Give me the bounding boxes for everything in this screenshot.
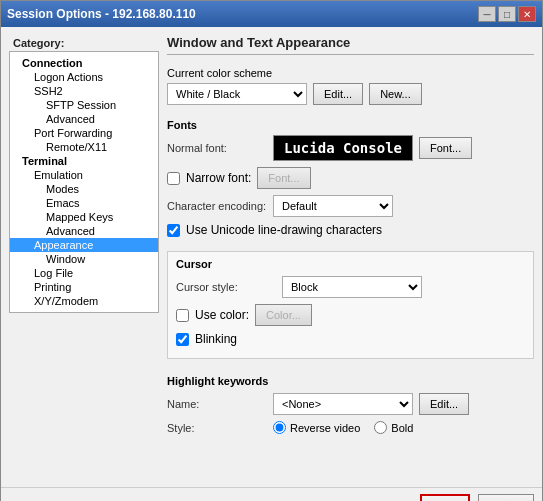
sidebar-item-advanced-terminal[interactable]: Advanced	[10, 224, 158, 238]
cursor-color-row: Use color: Color...	[176, 304, 525, 326]
highlight-style-row: Style: Reverse video Bold	[167, 421, 534, 434]
sidebar-item-sftp-session[interactable]: SFTP Session	[10, 98, 158, 112]
sidebar-item-printing[interactable]: Printing	[10, 280, 158, 294]
unicode-checkbox-row: Use Unicode line-drawing characters	[167, 223, 534, 237]
sidebar-item-connection[interactable]: Connection	[10, 56, 158, 70]
sidebar-item-remote-x11[interactable]: Remote/X11	[10, 140, 158, 154]
cursor-section-title: Cursor	[176, 258, 525, 270]
fonts-label: Fonts	[167, 119, 534, 131]
ok-button[interactable]: OK	[420, 494, 470, 501]
use-color-label: Use color:	[195, 308, 249, 322]
main-content: Category: Connection Logon Actions SSH2 …	[1, 27, 542, 487]
sidebar-item-terminal[interactable]: Terminal	[10, 154, 158, 168]
font-display: Lucida Console	[273, 135, 413, 161]
color-scheme-row: White / Black Black / White Custom Edit.…	[167, 83, 534, 105]
sidebar-item-mapped-keys[interactable]: Mapped Keys	[10, 210, 158, 224]
sidebar-item-port-forwarding[interactable]: Port Forwarding	[10, 126, 158, 140]
narrow-font-button: Font...	[257, 167, 310, 189]
color-button: Color...	[255, 304, 312, 326]
narrow-font-label: Narrow font:	[186, 171, 251, 185]
blinking-checkbox[interactable]	[176, 333, 189, 346]
highlight-name-row: Name: <None> Edit...	[167, 393, 534, 415]
radio-bold-input[interactable]	[374, 421, 387, 434]
encoding-select[interactable]: Default UTF-8 ISO-8859-1	[273, 195, 393, 217]
cursor-style-label: Cursor style:	[176, 281, 276, 293]
normal-font-row: Normal font: Lucida Console Font...	[167, 135, 534, 161]
sidebar-item-window[interactable]: Window	[10, 252, 158, 266]
session-options-window: Session Options - 192.168.80.110 ─ □ ✕ C…	[0, 0, 543, 501]
sidebar-item-log-file[interactable]: Log File	[10, 266, 158, 280]
sidebar-item-appearance[interactable]: Appearance	[10, 238, 158, 252]
color-scheme-section: Current color scheme White / Black Black…	[167, 67, 534, 111]
cursor-style-select[interactable]: Block Underline Vertical Bar	[282, 276, 422, 298]
color-scheme-label: Current color scheme	[167, 67, 534, 79]
radio-reverse-input[interactable]	[273, 421, 286, 434]
blinking-row: Blinking	[176, 332, 525, 346]
sidebar: Category: Connection Logon Actions SSH2 …	[9, 35, 159, 479]
window-title: Session Options - 192.168.80.110	[7, 7, 196, 21]
font-button[interactable]: Font...	[419, 137, 472, 159]
close-button[interactable]: ✕	[518, 6, 536, 22]
unicode-checkbox[interactable]	[167, 224, 180, 237]
unicode-label: Use Unicode line-drawing characters	[186, 223, 382, 237]
highlight-name-select[interactable]: <None>	[273, 393, 413, 415]
sidebar-item-emacs[interactable]: Emacs	[10, 196, 158, 210]
new-color-scheme-button[interactable]: New...	[369, 83, 422, 105]
highlight-section-title: Highlight keywords	[167, 375, 534, 387]
sidebar-item-advanced-ssh[interactable]: Advanced	[10, 112, 158, 126]
maximize-button[interactable]: □	[498, 6, 516, 22]
title-bar: Session Options - 192.168.80.110 ─ □ ✕	[1, 1, 542, 27]
narrow-font-checkbox[interactable]	[167, 172, 180, 185]
highlight-edit-button[interactable]: Edit...	[419, 393, 469, 415]
sidebar-item-xy-zmodem[interactable]: X/Y/Zmodem	[10, 294, 158, 308]
encoding-row: Character encoding: Default UTF-8 ISO-88…	[167, 195, 534, 217]
title-bar-controls: ─ □ ✕	[478, 6, 536, 22]
cancel-button[interactable]: Cancel	[478, 494, 534, 501]
main-panel: Window and Text Appearance Current color…	[167, 35, 534, 479]
blinking-label: Blinking	[195, 332, 237, 346]
sidebar-item-logon-actions[interactable]: Logon Actions	[10, 70, 158, 84]
highlight-style-label: Style:	[167, 422, 267, 434]
minimize-button[interactable]: ─	[478, 6, 496, 22]
radio-bold[interactable]: Bold	[374, 421, 413, 434]
narrow-font-row: Narrow font: Font...	[167, 167, 534, 189]
category-label: Category:	[9, 35, 159, 51]
highlight-section: Highlight keywords Name: <None> Edit... …	[167, 375, 534, 440]
cursor-section: Cursor Cursor style: Block Underline Ver…	[167, 251, 534, 359]
fonts-section: Fonts Normal font: Lucida Console Font..…	[167, 119, 534, 243]
sidebar-item-ssh2[interactable]: SSH2	[10, 84, 158, 98]
use-color-checkbox[interactable]	[176, 309, 189, 322]
highlight-radio-group: Reverse video Bold	[273, 421, 413, 434]
edit-color-scheme-button[interactable]: Edit...	[313, 83, 363, 105]
cursor-style-row: Cursor style: Block Underline Vertical B…	[176, 276, 525, 298]
radio-reverse-video[interactable]: Reverse video	[273, 421, 360, 434]
color-scheme-select[interactable]: White / Black Black / White Custom	[167, 83, 307, 105]
highlight-name-label: Name:	[167, 398, 267, 410]
sidebar-item-emulation[interactable]: Emulation	[10, 168, 158, 182]
sidebar-item-modes[interactable]: Modes	[10, 182, 158, 196]
category-tree: Connection Logon Actions SSH2 SFTP Sessi…	[9, 51, 159, 313]
bottom-bar: OK Cancel	[1, 487, 542, 501]
radio-bold-label: Bold	[391, 422, 413, 434]
section-title: Window and Text Appearance	[167, 35, 534, 55]
normal-font-label: Normal font:	[167, 142, 267, 154]
encoding-label: Character encoding:	[167, 200, 267, 212]
radio-reverse-label: Reverse video	[290, 422, 360, 434]
